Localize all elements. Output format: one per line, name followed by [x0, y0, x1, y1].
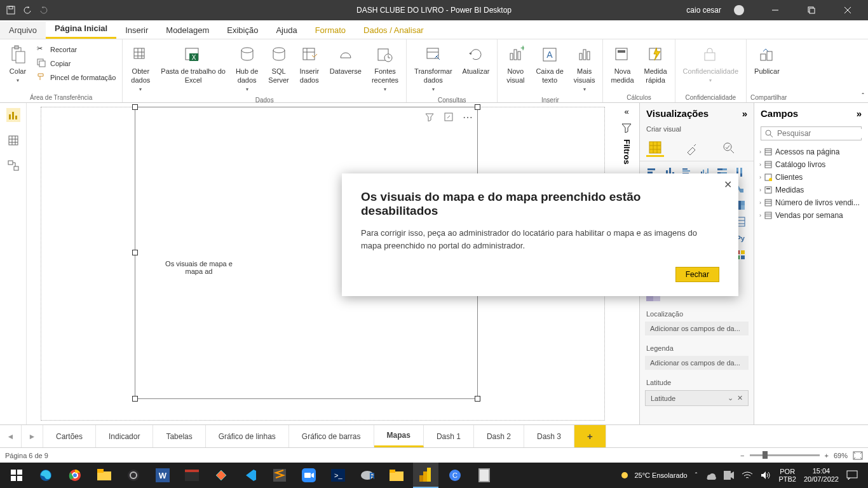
- table-row[interactable]: ›Número de livros vendi...: [759, 196, 863, 209]
- tab-cartoes[interactable]: Cartões: [43, 425, 96, 447]
- table-row[interactable]: ›Acessos na página: [759, 146, 863, 158]
- tray-notifications-icon[interactable]: [846, 470, 858, 480]
- tray-meet-icon[interactable]: [724, 471, 734, 480]
- report-view-button[interactable]: [6, 108, 20, 122]
- resize-handle[interactable]: [475, 396, 480, 402]
- tab-tabelas[interactable]: Tabelas: [153, 425, 205, 447]
- dataverse-button[interactable]: Dataverse: [326, 42, 365, 79]
- report-canvas[interactable]: ⋯ Os visuais de mapa e mapa ad ✕ Os visu…: [27, 103, 639, 424]
- tab-dash3[interactable]: Dash 3: [524, 425, 574, 447]
- tab-mapas[interactable]: Mapas: [374, 425, 424, 447]
- minimize-button[interactable]: [761, 0, 789, 20]
- menu-arquivo[interactable]: Arquivo: [0, 22, 46, 39]
- excel-button[interactable]: XPasta de trabalho do Excel: [157, 42, 229, 88]
- zoom-out[interactable]: −: [740, 452, 744, 459]
- app-fileexp[interactable]: [384, 463, 409, 488]
- recortar-button[interactable]: ✂Recortar: [34, 43, 118, 56]
- app-zoom[interactable]: [296, 463, 322, 488]
- resize-handle[interactable]: [132, 250, 138, 255]
- selected-visual[interactable]: ⋯ Os visuais de mapa e mapa ad ✕ Os visu…: [135, 107, 478, 399]
- tab-grafico-linhas[interactable]: Gráfico de linhas: [206, 425, 289, 447]
- user-name[interactable]: caio cesar: [686, 6, 721, 15]
- confidencialidade-button[interactable]: Confidencialidade▾: [679, 42, 742, 86]
- app-edge[interactable]: [33, 463, 58, 488]
- resize-handle[interactable]: [475, 104, 480, 110]
- dialog-close-button[interactable]: Fechar: [675, 267, 719, 282]
- data-view-button[interactable]: [6, 133, 20, 147]
- fontes-recentes-button[interactable]: Fontes recentes▾: [368, 42, 402, 95]
- mais-visuais-button[interactable]: Mais visuais▾: [570, 42, 599, 95]
- menu-dados-analisar[interactable]: Dados / Analisar: [355, 22, 433, 39]
- zoom-slider[interactable]: [750, 454, 820, 456]
- table-row[interactable]: ›Medidas: [759, 184, 863, 196]
- well-localizacao[interactable]: Adicionar os campos de da...: [645, 322, 749, 336]
- app-powerbi[interactable]: [413, 463, 438, 488]
- chevron-down-icon[interactable]: ⌄: [728, 394, 733, 402]
- pincel-button[interactable]: Pincel de formatação: [34, 71, 118, 84]
- tab-dash2[interactable]: Dash 2: [474, 425, 524, 447]
- menu-formato[interactable]: Formato: [306, 22, 355, 39]
- app-chrome[interactable]: [62, 463, 88, 488]
- tabs-next[interactable]: ►: [22, 425, 43, 447]
- more-options-icon[interactable]: ⋯: [462, 111, 473, 123]
- app-vscode[interactable]: [238, 463, 263, 488]
- dialog-close-icon[interactable]: ✕: [724, 179, 732, 191]
- resize-handle[interactable]: [132, 104, 138, 110]
- copiar-button[interactable]: Copiar: [34, 57, 118, 70]
- menu-pagina-inicial[interactable]: Página Inicial: [46, 20, 116, 39]
- maximize-button[interactable]: [797, 0, 825, 20]
- fields-search[interactable]: [761, 126, 862, 140]
- tray-wifi-icon[interactable]: [742, 471, 753, 480]
- menu-inserir[interactable]: Inserir: [116, 22, 157, 39]
- well-legenda[interactable]: Adicionar os campos de da...: [645, 356, 749, 370]
- filter-icon[interactable]: [424, 111, 435, 123]
- menu-modelagem[interactable]: Modelagem: [157, 22, 218, 39]
- tab-indicador[interactable]: Indicador: [96, 425, 153, 447]
- obter-dados-button[interactable]: Obter dados▾: [126, 42, 154, 95]
- publicar-button[interactable]: Publicar: [750, 42, 783, 79]
- transformar-button[interactable]: Transformar dados▾: [410, 42, 456, 95]
- inserir-dados-button[interactable]: Inserir dados: [295, 42, 323, 88]
- weather-widget[interactable]: 25°C Ensolarado: [619, 470, 687, 481]
- tab-add-page[interactable]: +: [574, 425, 606, 447]
- app-chrome2[interactable]: C: [442, 463, 468, 488]
- atualizar-button[interactable]: Atualizar: [459, 42, 494, 79]
- filters-pane-handle[interactable]: « Filtros: [615, 107, 638, 165]
- tab-grafico-barras[interactable]: Gráfico de barras: [289, 425, 374, 447]
- app-pwsh[interactable]: >_: [325, 463, 351, 488]
- tray-chevron-icon[interactable]: ˆ: [695, 471, 698, 479]
- focus-icon[interactable]: [443, 111, 454, 123]
- tabs-prev[interactable]: ◄: [0, 425, 22, 447]
- app-notes[interactable]: [471, 463, 497, 488]
- tab-dash1[interactable]: Dash 1: [424, 425, 474, 447]
- table-row[interactable]: ›Vendas por semana: [759, 209, 863, 222]
- analytics-tab[interactable]: [720, 139, 738, 157]
- tray-keyboard[interactable]: PORPTB2: [778, 468, 796, 483]
- fields-search-input[interactable]: [777, 129, 868, 138]
- zoom-in[interactable]: +: [825, 452, 829, 459]
- tray-onedrive-icon[interactable]: [705, 471, 716, 480]
- collapse-icon[interactable]: »: [742, 108, 747, 119]
- app-explorer[interactable]: [92, 463, 117, 488]
- table-row[interactable]: ›Clientes: [759, 171, 863, 184]
- nova-medida-button[interactable]: Nova medida: [607, 42, 637, 88]
- app-sublime[interactable]: [267, 463, 292, 488]
- build-visual-tab[interactable]: [646, 139, 664, 157]
- tray-volume-icon[interactable]: [761, 471, 771, 480]
- resize-handle[interactable]: [132, 396, 138, 402]
- app-obs[interactable]: [121, 463, 146, 488]
- menu-exibicao[interactable]: Exibição: [218, 22, 267, 39]
- avatar[interactable]: [734, 5, 744, 15]
- model-view-button[interactable]: [6, 159, 20, 173]
- save-icon[interactable]: [6, 6, 15, 15]
- tray-clock[interactable]: 15:0420/07/2022: [804, 467, 839, 484]
- caixa-texto-button[interactable]: ACaixa de texto: [532, 42, 567, 88]
- redo-icon[interactable]: [39, 6, 48, 15]
- app-misc1[interactable]: [208, 463, 234, 488]
- sql-button[interactable]: SQL Server: [264, 42, 292, 88]
- app-terminal[interactable]: [179, 463, 205, 488]
- close-button[interactable]: [833, 0, 862, 20]
- start-button[interactable]: [4, 463, 29, 488]
- hub-dados-button[interactable]: Hub de dados▾: [232, 42, 262, 95]
- remove-field-icon[interactable]: ✕: [737, 394, 743, 402]
